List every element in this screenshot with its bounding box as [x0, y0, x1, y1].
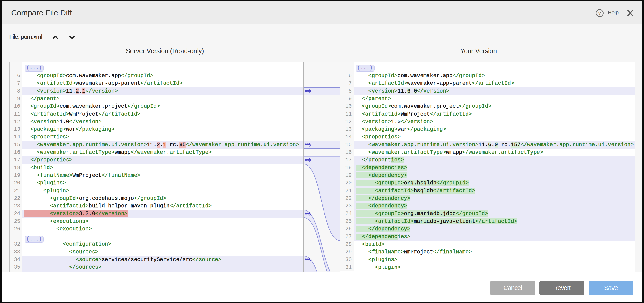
svg-text:?: ? — [598, 10, 601, 16]
